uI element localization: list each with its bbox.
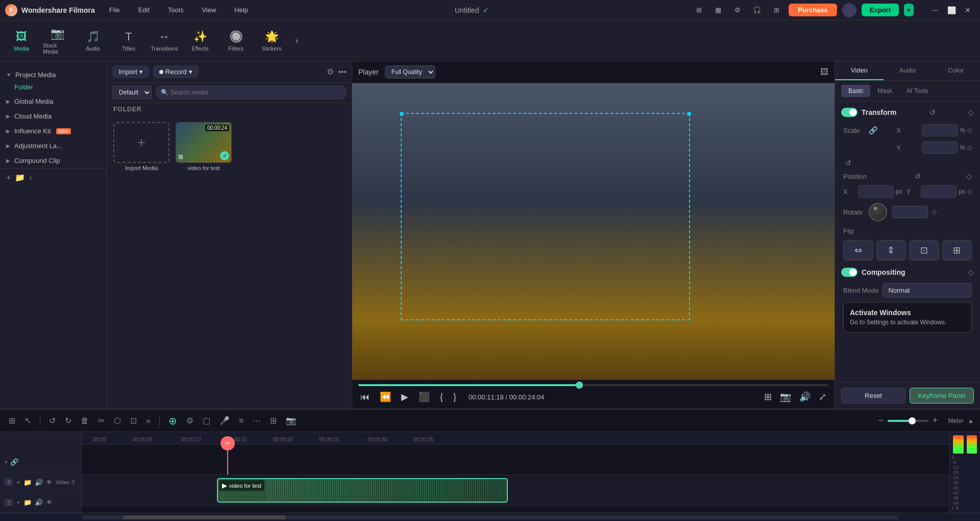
trim-button[interactable]: ⊡ [128,414,139,427]
sidebar-item-global-media[interactable]: ▶ Global Media [0,94,107,109]
rotate-keyframe[interactable]: ◇ [932,208,937,216]
video2-eye-icon[interactable]: 👁 [46,499,53,506]
insert-to-timeline-button[interactable]: ⊞ [762,389,774,405]
flip-horizontal-button[interactable]: ⇔ [843,240,873,260]
crop-button[interactable]: ⬛ [416,389,432,405]
toolbar-effects[interactable]: ✨ Effects [184,27,216,55]
add-track-row-icon[interactable]: + [4,458,8,466]
delete-button[interactable]: 🗑 [78,415,91,427]
record-button[interactable]: Record ▾ [153,65,199,78]
video3-eye-icon[interactable]: 👁 [46,479,53,486]
blend-mode-select[interactable]: Normal [883,283,972,298]
menu-help[interactable]: Help [230,4,252,16]
zoom-in-button[interactable]: + [933,415,938,426]
sidebar-item-influence-kit[interactable]: ▶ Influence Kit NEW [0,124,107,138]
toolbar-audio[interactable]: 🎵 Audio [77,27,109,55]
zoom-out-button[interactable]: − [878,415,884,426]
scale-x-input[interactable]: 121.70 [922,124,958,136]
position-y-input[interactable]: -117.16 [921,185,957,198]
settings-icon[interactable]: ⚙ [730,3,745,17]
select-tool-button[interactable]: ↖ [22,414,34,427]
position-keyframe-icon[interactable]: ◇ [966,172,972,180]
layout-icon[interactable]: ⊞ [692,3,706,17]
timeline-settings-button[interactable]: ⚙ [184,414,196,427]
add-folder-icon[interactable]: + [6,173,11,182]
import-media-item[interactable]: + Import Media [113,122,169,171]
media-more-icon[interactable]: ••• [338,67,347,77]
mark-out-button[interactable]: } [451,390,458,405]
video3-folder-icon[interactable]: 📁 [23,479,32,486]
compositing-keyframe-icon[interactable]: ◇ [968,268,974,276]
sidebar-item-cloud-media[interactable]: ▶ Cloud Media [0,109,107,124]
record-audio-button[interactable]: 🎤 [217,414,232,427]
undo-button[interactable]: ↺ [46,414,58,427]
video2-folder-icon[interactable]: 📁 [23,499,32,506]
scroll-track[interactable] [82,515,898,519]
quality-select[interactable]: Full Quality [385,65,435,79]
keyframe-panel-button[interactable]: Keyframe Panel [910,388,974,404]
transform-keyframe-icon[interactable]: ◇ [968,108,974,116]
toolbar-more-button[interactable]: › [291,33,302,48]
media-library-icon[interactable]: ▦ [711,3,725,17]
minimize-button[interactable]: ─ [928,3,942,17]
redo-button[interactable]: ↻ [62,414,74,427]
toolbar-transitions[interactable]: ↔ Transitions [148,27,181,55]
menu-view[interactable]: View [198,4,220,16]
compositing-toggle[interactable] [841,268,857,277]
play-button[interactable]: ▶ [399,389,410,405]
toolbar-stock-media[interactable]: 📷 Stock Media [41,24,74,58]
snapshot-button[interactable]: 📷 [778,389,793,405]
import-thumb[interactable]: + [113,122,169,163]
subtab-mask[interactable]: Mask [870,85,899,97]
volume-button[interactable]: 🔊 [797,389,813,405]
video3-audio-icon[interactable]: 🔊 [35,479,43,486]
timeline-camera-button[interactable]: 📷 [283,414,299,427]
more-tools-button[interactable]: » [143,415,153,427]
player-image-icon[interactable]: 🖼 [820,67,828,77]
collapse-sidebar-icon[interactable]: ‹ [29,173,32,182]
fullscreen-button[interactable]: ⤢ [817,389,828,405]
timeline-ai-button[interactable]: ⊞ [267,414,279,427]
export-dropdown-button[interactable]: ▾ [904,4,914,16]
purchase-button[interactable]: Purchase [789,4,837,16]
grid-icon[interactable]: ⊞ [769,3,783,17]
crop-handle-top-left[interactable] [400,112,404,116]
default-select[interactable]: Default [112,86,152,99]
flip-option4-button[interactable]: ⊞ [942,240,972,260]
rotate-input[interactable]: 0.00° [892,206,928,218]
progress-bar[interactable] [358,384,828,386]
reset-button[interactable]: Reset [841,388,905,404]
add-track-button[interactable]: ⊕ [166,413,180,429]
flip-option3-button[interactable]: ⊡ [909,240,939,260]
sidebar-item-project-media[interactable]: ▼ Project Media [0,67,107,82]
search-input[interactable] [156,86,347,99]
progress-thumb[interactable] [576,382,583,389]
sidebar-folder-label[interactable]: Folder [0,83,107,91]
subtab-basic[interactable]: Basic [841,85,870,97]
video2-add-icon[interactable]: + [16,499,20,506]
playhead[interactable]: ✂ [227,444,228,475]
timeline-mode-button[interactable]: ⊞ [6,414,18,427]
toolbar-filters[interactable]: 🔘 Filters [219,27,252,55]
zoom-slider[interactable] [888,420,928,422]
toolbar-media[interactable]: 🖼 Media [5,27,38,55]
export-button[interactable]: Export [862,4,899,16]
select-all-button[interactable]: ⬡ [111,414,124,427]
mark-in-button[interactable]: { [438,390,445,405]
user-avatar[interactable] [842,3,856,17]
subtab-ai-tools[interactable]: AI Tools [899,85,935,97]
cut-button[interactable]: ✂ [95,414,107,427]
step-back-button[interactable]: ⏪ [378,389,393,405]
scale-x-keyframe[interactable]: ◇ [967,127,972,134]
sidebar-item-adjustment-la[interactable]: ▶ Adjustment La... [0,138,107,153]
video2-audio-icon[interactable]: 🔊 [35,499,43,506]
scale-y-input[interactable]: 121.70 [922,141,958,154]
tab-color[interactable]: Color [932,61,980,80]
video-media-item[interactable]: 00:00:24 ⊞ ✓ video for test [176,122,232,171]
sidebar-item-compound-clip[interactable]: ▶ Compound Clip [0,153,107,168]
toolbar-stickers[interactable]: 🌟 Stickers [255,27,288,55]
timeline-options-button[interactable]: ≡ [236,415,246,427]
folder-icon[interactable]: 📁 [15,173,25,182]
scale-reset-icon[interactable]: ↺ [845,159,851,167]
menu-edit[interactable]: Edit [134,4,154,16]
